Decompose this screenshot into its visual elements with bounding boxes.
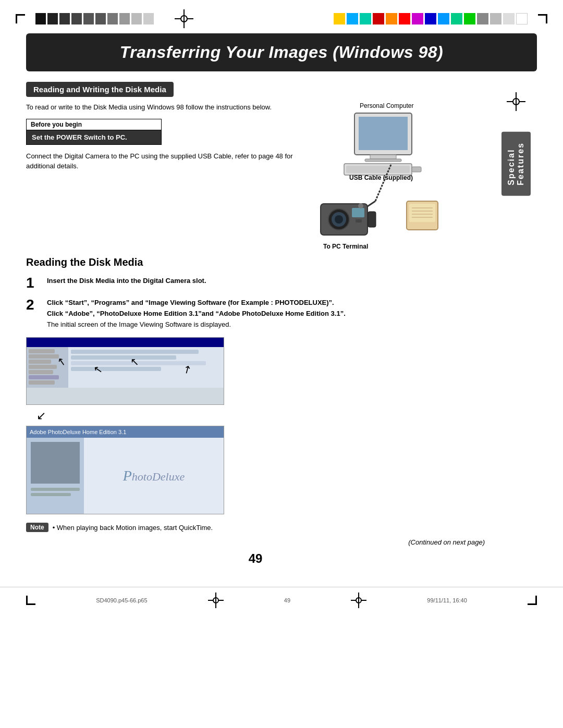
color-squares <box>334 13 528 24</box>
svg-rect-18 <box>409 204 435 222</box>
pd-content: PhotoDeluxe <box>27 438 224 514</box>
reading-heading: Reading the Disk Media <box>26 256 485 268</box>
top-left: To read or write to the Disk Media using… <box>26 102 297 248</box>
footer-right: 99/11/11, 16:40 <box>427 597 467 603</box>
top-section: To read or write to the Disk Media using… <box>26 102 485 248</box>
step-1-number: 1 <box>26 276 42 290</box>
continued-text: (Continued on next page) <box>26 538 485 546</box>
bottom-bar: SD4090.p45-66.p65 49 99/11/11, 16:40 <box>0 587 563 613</box>
corner-mark-bottom-right <box>528 596 537 605</box>
before-box: Before you begin Set the POWER Switch to… <box>26 119 162 145</box>
screenshot-content-1 <box>27 347 224 388</box>
page-body: Reading and Writing the Disk Media To re… <box>26 82 537 571</box>
pc-label: Personal Computer <box>360 102 413 109</box>
svg-rect-13 <box>352 208 364 217</box>
svg-rect-2 <box>370 155 396 159</box>
corner-mark-top-left <box>16 14 25 23</box>
features-label: Features <box>516 142 525 186</box>
svg-rect-5 <box>346 166 410 173</box>
svg-rect-3 <box>365 159 401 162</box>
bottom-crosshair <box>208 593 224 608</box>
special-label: Special <box>507 142 516 186</box>
step-2-number: 2 <box>26 298 42 312</box>
before-label: Before you begin <box>27 119 161 130</box>
step-2: 2 Click “Start”, “Programs” and “Image V… <box>26 298 485 330</box>
connect-text: Connect the Digital Camera to the PC usi… <box>26 151 297 171</box>
footer-center: 49 <box>284 597 290 603</box>
note-label: Note <box>26 523 48 532</box>
usb-label: USB Cable (supplied) <box>349 174 413 181</box>
left-content: Reading and Writing the Disk Media To re… <box>26 82 495 571</box>
top-bar <box>0 0 563 33</box>
pd-titlebar: Adobe PhotoDeluxe Home Edition 3.1 <box>27 426 224 438</box>
svg-point-15 <box>358 203 363 208</box>
sidebar-crosshair <box>507 92 525 111</box>
step-2-line3: The initial screen of the Image Viewing … <box>47 320 231 328</box>
right-sidebar: Special Features <box>495 82 537 571</box>
diagram-area: Personal Computer <box>308 102 485 248</box>
arrow-down: ↙ <box>36 409 485 423</box>
before-content: Set the POWER Switch to PC. <box>27 130 161 144</box>
diagram: Personal Computer <box>308 102 474 248</box>
crosshair-top <box>175 9 193 28</box>
pd-title-text: Adobe PhotoDeluxe Home Edition 3.1 <box>30 429 126 435</box>
svg-rect-14 <box>356 219 362 223</box>
title-banner: Transferring Your Images (Windows 98) <box>26 33 537 71</box>
step-2-text: Click “Start”, “Programs” and “Image Vie… <box>47 298 346 330</box>
step-2-line2: Click “Adobe”, “PhotoDeluxe Home Edition… <box>47 310 346 317</box>
page-title: Transferring Your Images (Windows 98) <box>36 43 527 62</box>
screenshots: ↖ ↖ ↖ ↗ ↙ Adobe PhotoDeluxe Home Edition… <box>26 337 485 514</box>
section-heading: Reading and Writing the Disk Media <box>26 82 174 97</box>
corner-mark-bottom-left <box>26 596 35 605</box>
screenshot-1: ↖ ↖ ↖ ↗ <box>26 337 235 405</box>
pc-illustration <box>339 110 427 180</box>
memory-card-illustration <box>404 199 451 239</box>
note-text: • When playing back Motion images, start… <box>53 523 213 533</box>
pd-main-panel: PhotoDeluxe <box>84 438 224 514</box>
footer-left: SD4090.p45-66.p65 <box>96 597 147 603</box>
step-1-text: Insert the Disk Media into the Digital C… <box>47 276 206 287</box>
svg-point-12 <box>335 215 343 224</box>
svg-rect-6 <box>412 167 421 172</box>
step-2-line1: Click “Start”, “Programs” and “Image Vie… <box>47 299 334 306</box>
svg-rect-16 <box>368 212 376 227</box>
bottom-crosshair-2 <box>351 593 366 608</box>
pd-left-panel <box>27 438 84 514</box>
page-number: 49 <box>26 551 485 566</box>
note-box: Note • When playing back Motion images, … <box>26 523 485 533</box>
special-features-tab: Special Features <box>501 132 531 196</box>
main-content: Transferring Your Images (Windows 98) Re… <box>0 33 563 582</box>
cursor-3: ↖ <box>130 355 139 368</box>
pd-logo: PhotoDeluxe <box>123 467 185 484</box>
titlebar-1 <box>27 338 224 347</box>
corner-mark-top-right <box>538 14 547 23</box>
intro-text: To read or write to the Disk Media using… <box>26 102 297 113</box>
screenshot-2: Adobe PhotoDeluxe Home Edition 3.1 Photo… <box>26 426 224 514</box>
step-1: 1 Insert the Disk Media into the Digital… <box>26 276 485 290</box>
screenshot-main-1 <box>68 347 224 388</box>
svg-rect-1 <box>359 117 408 150</box>
step-1-label: Insert the Disk Media into the Digital C… <box>47 277 206 285</box>
gradient-squares <box>35 13 154 24</box>
screenshot-box-1 <box>26 337 224 405</box>
camera-illustration <box>318 199 386 244</box>
terminal-label: To PC Terminal <box>323 243 368 250</box>
